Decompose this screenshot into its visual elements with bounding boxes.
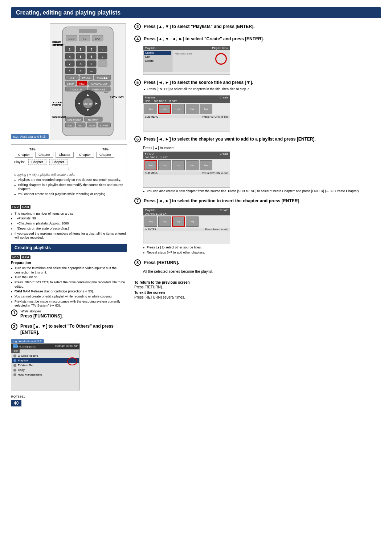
step-7-screen: Playlists Create 000 ARO 11 16 SAT Img I… [143,208,230,244]
chapter-box-1: Chapter [15,152,33,158]
step-1-number: 1 [11,309,17,316]
prep-bullet-5: Playlists must be made in accordance wit… [11,300,127,308]
s4-header-view: Playlist View [212,46,228,50]
svg-text:▲: ▲ [86,93,90,97]
s7-thumb-2: Img [158,216,171,227]
svg-text:◄: ◄ [77,101,81,105]
func-tab-hdd: HDD [11,349,20,353]
prep-bullet-2: Press [DRIVE SELECT] to select the drive… [11,280,127,289]
svg-text:MANUAL/DEF: MANUAL/DEF [91,82,107,85]
ram-badge: RAM [21,205,30,209]
svg-text:2: 2 [79,48,81,51]
playlist-label: Playlist [14,160,25,164]
s7-thumb-3: Img [172,216,185,227]
svg-text:SUB MENU: SUB MENU [67,118,81,121]
svg-text:↓: ↓ [101,55,103,58]
s6-info-bar: 000 ARO 11 16 SAT [143,156,230,159]
svg-text:CHAPT: CHAPT [87,125,95,127]
step-7-note1: Press [▲] to select other source titles. [143,246,381,250]
s5-header-create: Create [220,96,228,99]
remote-eg-label: e.g., Australia and N.Z. [11,134,49,139]
s4-edit-item: Edit [144,55,171,59]
chapter-box-4: Chapter [76,152,94,158]
step-6-title: Press [◄, ►] to select the chapter you w… [144,136,316,142]
s5-bottom-bar: SUB MENU Press RETURN to exit. [143,115,230,118]
step-6-note2-list: You can also create a new chapter from t… [143,189,381,194]
step-2-block: 2 Press [▲, ▼] to select "To Others" and… [11,323,127,391]
chapter-diagram: Title Title Chapter Chapter Chapter Chap… [11,144,127,201]
s6-hdd-label: ● HDD [145,152,154,155]
func-item-playlists: Playlists [12,358,79,363]
remote-illustration: DVD TV SAT DRIVE SELECT 1 2 3 ↑ [50,23,126,140]
s7-create-label: Create [220,208,228,212]
return-label-2: To exit the screen [134,291,381,295]
preparation-section: HDD RAM Preparation Turn on the televisi… [11,254,127,308]
diagram-bullet-1: Playlists are not recorded separately so… [14,178,124,182]
s5-info-bar: HDD 000 ARO 11 16 SAT [143,100,230,103]
step-2-eg: e.g., Australia and N.Z. DiGA FUNCTIONS … [11,339,127,390]
svg-text:1: 1 [69,48,70,51]
prep-bullet-1: Turn the unit on. [11,275,127,280]
s6-bottom-bar: SUB MENU Press RETURN to exit. [143,171,230,175]
s7-thumb-1: Img [144,216,157,227]
s6-thumb-5: Img [200,160,212,170]
hdd-info-4: If you exceed the maximum numbers of ite… [11,232,127,240]
hdd-info-2: –Chapters in playlists: Approx. 1000 [11,222,127,226]
remote-svg: DVD TV SAT DRIVE SELECT 1 2 3 ↑ [52,25,124,138]
step-4-block: 4 Press [▲, ▼, ◄, ►] to select "Create" … [134,36,381,75]
step-2-eg-label: e.g., Australia and N.Z. [11,339,44,343]
step-7-notes: Press [▲] to select other source titles.… [143,246,381,255]
step-5-title: Press [◄, ►] to select the source title … [144,79,253,86]
svg-text:5: 5 [79,55,81,58]
svg-text:4: 4 [69,55,70,58]
svg-rect-30 [98,61,107,66]
step-1-block: 1 While stopped Press [FUNCTIONS]. [11,309,127,320]
svg-text:DiGA: DiGA [13,345,18,348]
return-info: To return to the previous screen Press [… [134,278,381,299]
svg-rect-1 [79,29,97,33]
step-3-block: 3 Press [▲, ▼] to select "Playlists" and… [134,23,381,31]
s6-thumb-3: Img [172,160,185,170]
diagram-bullets: Playlists are not recorded separately so… [14,178,124,197]
step-3-title: Press [▲, ▼] to select "Playlists" and p… [144,23,254,30]
diagram-bullet-3: You cannot create or edit playlists whil… [14,192,124,197]
chapter-box-5: Chapter [96,152,114,158]
chapter-box-3: Chapter [56,152,74,158]
step-7-number: 7 [134,198,141,204]
hdd-badge: HDD [11,205,20,209]
svg-text:7: 7 [69,62,70,66]
s5-thumbs: Img Img Img Img Img [143,103,230,115]
svg-text:8: 8 [79,62,81,66]
svg-text:◄◄: ◄◄ [69,77,74,79]
s5-disc-info: 000 ARO 11 16 SAT [154,100,177,102]
s4-delete-item: Delete [144,59,171,63]
return-text-2: Press [RETURN] several times. [134,295,381,299]
step-4-screen: Playlists Playlist View Create Edit Dele… [143,46,230,75]
right-column: 3 Press [▲, ▼] to select "Playlists" and… [134,23,381,406]
rqt-number: RQT8361 [11,395,25,398]
s5-thumb-1: Img [144,104,157,114]
svg-text:↑: ↑ [101,48,103,51]
step-7-note2: Repeat steps 6–7 to add other chapters. [143,251,381,255]
s7-info-bar: 000 ARO 11 16 SAT [143,212,230,215]
step-1-title: Press [FUNCTIONS]. [20,313,63,319]
chapter-box-2: Chapter [35,152,53,158]
s6-thumb-2: Img [158,160,171,170]
svg-text:*: * [69,69,70,73]
page-title: Creating, editing and playing playlists [11,7,381,18]
s5-thumb-5: Img [200,104,212,114]
s6-sub-menu: SUB MENU [145,172,158,174]
step-4-number: 4 [134,36,141,42]
s6-return: Press RETURN to exit. [202,172,228,174]
s5-return-label: Press RETURN to exit. [202,116,228,118]
return-text-1: Press [RETURN]. [134,285,381,289]
func-dot-1 [13,355,16,357]
svg-text:3: 3 [90,48,92,51]
s5-thumb-2: Img [158,104,171,114]
page-container: Creating, editing and playing playlists … [11,7,381,406]
step-5-block: 5 Press [◄, ►] to select the source titl… [134,79,381,131]
svg-text:ENTER: ENTER [83,102,92,105]
func-tabs: HDD [11,349,79,353]
func-item-gcode: G-Code Record [12,353,79,358]
hdd-ram-info: HDD RAM The maximum number of items on a… [11,203,127,240]
